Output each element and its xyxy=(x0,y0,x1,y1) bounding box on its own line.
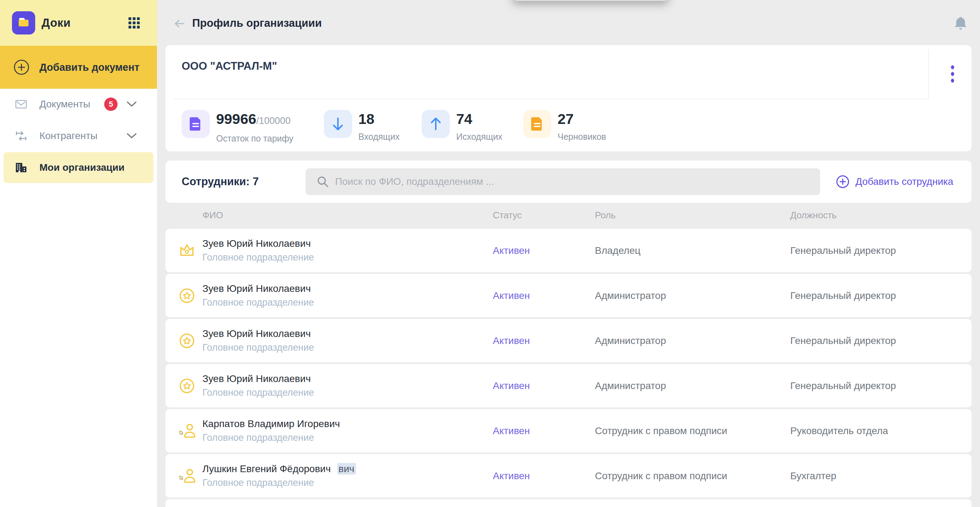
employees-count-title: Сотрудники: 7 xyxy=(181,161,259,203)
search-icon xyxy=(317,176,329,188)
table-row-partial xyxy=(165,499,972,507)
arrow-down-icon xyxy=(324,110,352,138)
stat-label: Черновиков xyxy=(558,132,606,142)
sidebar-item-documents[interactable]: Документы 5 xyxy=(0,91,157,118)
organization-name: ООО "АСТРАЛ-М" xyxy=(181,60,277,73)
employee-position: Генеральный директор xyxy=(790,245,896,256)
sidebar: Доки Добавить документ xyxy=(0,0,157,507)
employees-panel: Сотрудники: 7 Добавить сотрудника xyxy=(165,161,972,203)
add-document-label: Добавить документ xyxy=(40,62,139,73)
employee-department: Головное подразделение xyxy=(202,477,314,488)
envelope-icon xyxy=(14,97,28,111)
table-row[interactable]: Карпатов Владимир Игоревич Головное подр… xyxy=(165,409,972,453)
stat-suffix: /100000 xyxy=(256,115,291,126)
page-title: Профиль организациии xyxy=(192,17,322,30)
table-row[interactable]: Зуев Юрий Николаевич Головное подразделе… xyxy=(165,364,972,407)
search-input[interactable] xyxy=(335,168,820,195)
chevron-down-icon[interactable] xyxy=(126,101,137,108)
column-header-role: Роль xyxy=(595,210,616,221)
kebab-menu-icon[interactable] xyxy=(941,63,964,85)
add-employee-label: Добавить сотрудника xyxy=(855,176,953,187)
stat-label: Входящих xyxy=(358,132,399,142)
app-screen: Доки Добавить документ xyxy=(0,0,980,507)
building-icon xyxy=(14,161,28,175)
stat-incoming: 18 Входящих xyxy=(324,110,399,142)
employee-search[interactable] xyxy=(305,168,820,195)
employee-department: Головное подразделение xyxy=(202,432,314,443)
table-row[interactable]: Зуев Юрий Николаевич Головное подразделе… xyxy=(165,229,972,272)
stat-tariff: 99966/100000 Остаток по тарифу xyxy=(181,110,294,143)
employee-department: Головное подразделение xyxy=(202,297,314,308)
employee-name: Карпатов Владимир Игоревич xyxy=(202,418,340,429)
stat-outgoing: 74 Исходящих xyxy=(422,110,502,142)
table-row[interactable]: Лушкин Евгений Фёдоровичвич Головное под… xyxy=(165,454,972,497)
employee-department: Головное подразделение xyxy=(202,342,314,353)
chevron-down-icon[interactable] xyxy=(126,132,137,139)
top-shadow xyxy=(512,0,669,1)
employee-status: Активен xyxy=(493,245,530,256)
star-circle-icon xyxy=(178,287,196,305)
stat-value: 27 xyxy=(558,111,574,127)
document-icon xyxy=(523,110,551,138)
app-name: Доки xyxy=(41,0,71,46)
employee-role: Администратор xyxy=(595,380,666,392)
employee-name: Зуев Юрий Николаевич xyxy=(202,283,311,294)
ghost-text: вич xyxy=(337,463,356,475)
employee-status: Активен xyxy=(493,290,530,301)
card-divider xyxy=(174,99,928,99)
employee-status: Активен xyxy=(493,335,530,346)
stat-label: Остаток по тарифу xyxy=(216,134,294,143)
employee-name: Лушкин Евгений Фёдорович xyxy=(202,463,331,474)
documents-badge: 5 xyxy=(104,97,118,111)
column-header-status: Статус xyxy=(493,210,522,221)
folder-icon xyxy=(16,15,30,30)
employee-status: Активен xyxy=(493,380,530,392)
column-header-position: Должность xyxy=(790,210,837,221)
employee-name: Зуев Юрий Николаевич xyxy=(202,238,311,249)
employee-role: Сотрудник с правом подписи xyxy=(595,470,727,481)
sidebar-item-counterparties[interactable]: Контрагенты xyxy=(0,123,157,149)
stat-value: 74 xyxy=(456,111,473,127)
plus-circle-icon xyxy=(13,59,30,75)
stat-value: 99966 xyxy=(216,111,256,127)
apps-grid-icon[interactable] xyxy=(127,16,141,30)
sidebar-item-label: Контрагенты xyxy=(40,130,97,142)
employee-position: Руководитель отдела xyxy=(790,425,888,437)
employee-status: Активен xyxy=(493,425,530,437)
stat-value: 18 xyxy=(358,111,375,127)
plus-circle-icon xyxy=(836,175,850,189)
employee-name: Зуев Юрий Николаевич xyxy=(202,328,311,339)
sidebar-item-my-organizations[interactable]: Мои организации xyxy=(0,152,157,183)
stat-label: Исходящих xyxy=(456,132,502,142)
transfer-icon xyxy=(14,129,28,143)
employee-role: Администратор xyxy=(595,290,666,301)
star-circle-icon xyxy=(178,377,196,395)
add-document-button[interactable]: Добавить документ xyxy=(0,46,157,89)
employee-role: Владелец xyxy=(595,245,641,256)
document-icon xyxy=(181,110,210,138)
employee-department: Головное подразделение xyxy=(202,387,314,398)
notifications-bell-icon[interactable] xyxy=(953,15,969,32)
table-row[interactable]: Зуев Юрий Николаевич Головное подразделе… xyxy=(165,319,972,362)
card-vertical-divider xyxy=(928,49,929,99)
back-arrow-icon[interactable] xyxy=(172,16,186,31)
employee-role: Сотрудник с правом подписи xyxy=(595,425,727,437)
column-header-fio: ФИО xyxy=(202,210,223,221)
employee-position: Генеральный директор xyxy=(790,380,896,392)
app-logo[interactable] xyxy=(12,11,35,35)
table-row[interactable]: Зуев Юрий Николаевич Головное подразделе… xyxy=(165,274,972,317)
sidebar-logo-band: Доки xyxy=(0,0,157,46)
employee-position: Генеральный директор xyxy=(790,290,896,301)
organization-card: ООО "АСТРАЛ-М" 99966/100000 Остаток по т… xyxy=(165,45,972,151)
signer-person-icon xyxy=(178,467,196,485)
employee-position: Бухгалтер xyxy=(790,470,836,481)
sidebar-item-label: Мои организации xyxy=(40,162,125,173)
crown-icon xyxy=(178,242,196,260)
employee-position: Генеральный директор xyxy=(790,335,896,346)
star-circle-icon xyxy=(178,332,196,350)
add-employee-button[interactable]: Добавить сотрудника xyxy=(836,161,953,203)
signer-person-icon xyxy=(178,422,196,440)
employee-role: Администратор xyxy=(595,335,666,346)
employee-department: Головное подразделение xyxy=(202,252,314,263)
employee-status: Активен xyxy=(493,470,530,481)
